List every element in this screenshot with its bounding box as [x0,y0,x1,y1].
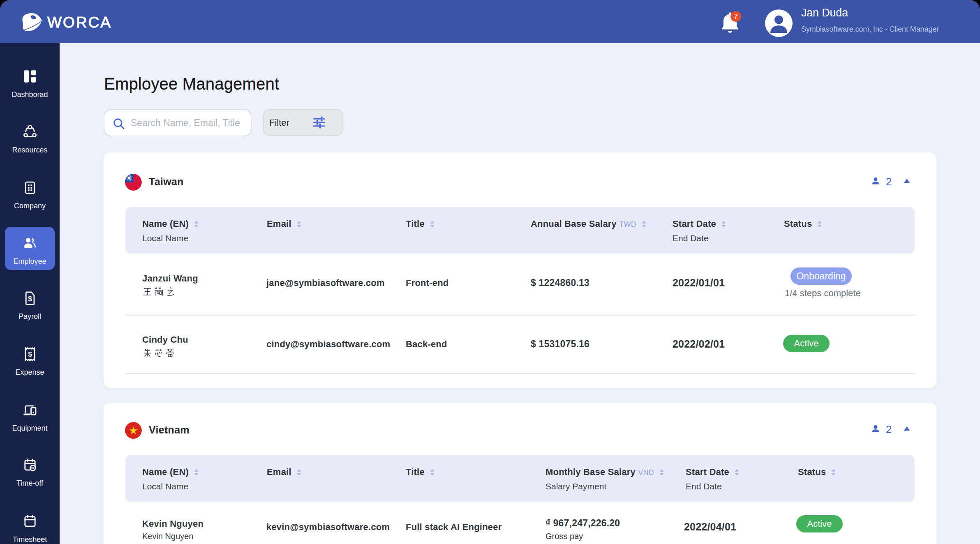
svg-text:$: $ [28,295,32,303]
svg-text:$: $ [28,350,32,358]
